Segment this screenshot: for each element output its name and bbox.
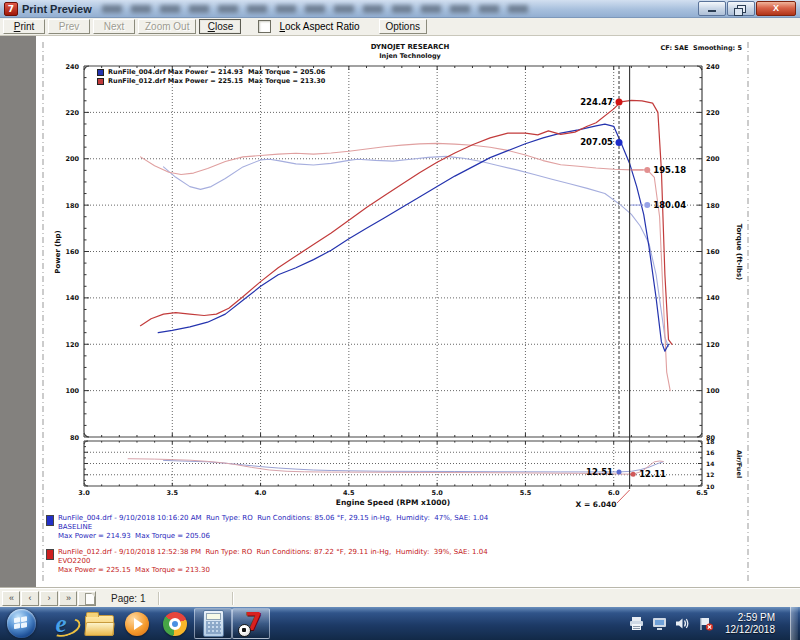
print-button[interactable]: Print [3,19,45,34]
statusbar-divider [232,592,233,605]
taskbar-item-chrome[interactable] [156,608,194,639]
volume-tray-icon[interactable] [675,616,691,632]
system-tray: 2:59 PM 12/12/2018 [629,607,798,640]
print-page [36,36,800,588]
taskbar-clock[interactable]: 2:59 PM 12/12/2018 [725,612,775,636]
minimize-button[interactable] [698,1,726,16]
document-icon [85,593,95,605]
prev-page-button[interactable]: ‹ [21,591,39,606]
clock-time: 2:59 PM [725,612,775,624]
last-page-button[interactable]: » [59,591,77,606]
calculator-icon [203,610,224,637]
statusbar: « ‹ › » Page: 1 [0,588,800,607]
lock-aspect-ratio-checkbox[interactable] [258,20,271,33]
options-button[interactable]: Options [379,19,427,34]
start-button[interactable] [7,609,36,638]
redacted-title-text [102,5,532,13]
next-button[interactable]: Next [93,19,135,34]
lock-aspect-ratio-label: Lock Aspect Ratio [279,21,359,32]
taskbar-item-media-player[interactable] [118,608,156,639]
restore-button[interactable] [727,1,755,16]
taskbar-item-windows-explorer[interactable] [80,608,118,639]
close-window-button[interactable]: X [756,1,796,16]
media-player-icon [125,612,149,636]
toolbar: Print Prev Next Zoom Out Close Lock Aspe… [0,18,800,36]
taskbar-item-calculator[interactable] [194,608,232,639]
taskbar-item-internet-explorer[interactable]: e [42,608,80,639]
windows-logo-icon [14,616,29,631]
close-preview-button[interactable]: Close [199,19,241,34]
next-page-button[interactable]: › [40,591,58,606]
dynojet-icon: 7 [238,611,264,637]
window-title: Print Preview [22,3,92,15]
first-page-button[interactable]: « [2,591,20,606]
page-list-button[interactable] [78,591,96,606]
clock-date: 12/12/2018 [725,624,775,636]
app-icon: 7 [4,2,18,16]
statusbar-divider [158,592,159,605]
taskbar: e 7 [0,607,800,640]
zoom-out-button[interactable]: Zoom Out [138,19,196,34]
chrome-icon [163,612,187,636]
minimize-icon [708,10,716,12]
folder-icon [85,615,114,636]
page-indicator: Page: 1 [111,593,145,604]
restore-icon [737,5,746,13]
printer-tray-icon[interactable] [629,616,645,632]
show-desktop-button[interactable] [790,607,798,640]
display-tray-icon[interactable] [652,616,668,632]
prev-button[interactable]: Prev [48,19,90,34]
titlebar: 7 Print Preview X [0,0,800,18]
internet-explorer-icon: e [55,611,66,637]
preview-backdrop [0,36,37,588]
window-controls: X [698,1,796,16]
action-center-tray-icon[interactable] [698,616,714,632]
taskbar-item-dynojet-winpep[interactable]: 7 [232,608,270,639]
print-preview-window: 224.47207.05195.18180.0412.5112.11808010… [0,0,800,640]
